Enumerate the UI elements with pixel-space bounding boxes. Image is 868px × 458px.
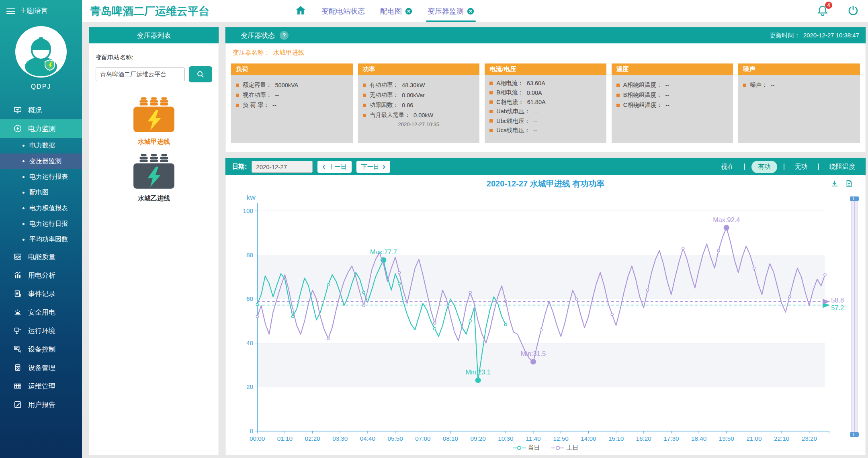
svg-text:Min:23.1: Min:23.1: [465, 369, 491, 376]
tab-transformer-monitoring[interactable]: 变压器监测: [428, 0, 474, 22]
search-button[interactable]: [189, 66, 212, 82]
svg-text:07:00: 07:00: [415, 435, 430, 442]
sidebar-item-ops-management[interactable]: 运维管理: [0, 377, 82, 395]
line-chart[interactable]: 020406080100kW00:0001:1002:2003:3004:400…: [231, 190, 845, 449]
notifications-button[interactable]: 4: [817, 4, 829, 18]
bullet-icon: [23, 223, 25, 225]
transformer-name: 水城乙进线: [138, 194, 170, 203]
sidebar-item-user-report[interactable]: 用户报告: [0, 395, 82, 414]
chart-actions: [830, 179, 854, 190]
sidebar-item-label: 电力极值报表: [29, 204, 68, 213]
sidebar-item-label: 运行环境: [28, 326, 55, 335]
transformer-item-a[interactable]: 水城甲进线: [96, 97, 212, 146]
tab-bar: 变配电站状态 配电图 变压器监测: [295, 0, 474, 22]
card-load: 负荷 额定容量：5000kVA 视在功率：-- 负 荷 率：--: [231, 63, 353, 143]
mode-reactive[interactable]: 无功: [791, 161, 812, 173]
help-icon[interactable]: ?: [280, 31, 289, 40]
sidebar-item-overview[interactable]: 概况: [0, 101, 82, 119]
legend-yesterday[interactable]: 上日: [551, 444, 579, 452]
sidebar-item-power-data[interactable]: 电力数据: [0, 138, 82, 153]
sidebar-item-label: 设备控制: [28, 345, 55, 354]
date-label: 日期:: [232, 163, 247, 171]
main-area: 青岛啤酒二厂运维云平台 变配电站状态 配电图 变压器: [82, 0, 868, 458]
separator: [744, 164, 745, 170]
station-search-row: [96, 66, 212, 82]
y-axis-zoom-slider[interactable]: [851, 197, 858, 436]
report-icon[interactable]: [845, 179, 854, 190]
sidebar-item-operating-environment[interactable]: 运行环境: [0, 321, 82, 340]
mode-active[interactable]: 有功: [751, 161, 777, 173]
date-input[interactable]: [252, 164, 313, 170]
close-icon[interactable]: [405, 8, 412, 15]
card-noise: 噪声 噪声：--: [738, 63, 860, 143]
svg-text:40: 40: [246, 339, 253, 346]
transformer-name-row: 变压器名称： 水城甲进线: [225, 43, 866, 57]
sidebar-item-safe-electricity[interactable]: 安全用电: [0, 303, 82, 321]
sidebar-item-event-log[interactable]: 事件记录: [0, 284, 82, 303]
date-picker: [252, 161, 313, 173]
chart-body: 2020-12-27 水城甲进线 有功功率: [225, 175, 866, 455]
previous-day-button[interactable]: ‹ 上一日: [317, 161, 351, 173]
monitor-icon: [13, 105, 23, 115]
svg-text:01:10: 01:10: [277, 435, 293, 442]
bullet-icon: [616, 84, 620, 87]
sidebar-item-label: 事件记录: [28, 289, 55, 299]
slider-handle-top[interactable]: [850, 196, 859, 201]
sidebar-menu: 概况 电力监测 电力数据 变压器监测 电力运行报表: [0, 101, 82, 414]
svg-text:12:50: 12:50: [553, 435, 569, 442]
sidebar-item-electricity-analysis[interactable]: 用电分析: [0, 266, 82, 284]
sidebar-item-average-power-factor[interactable]: 平均功率因数: [0, 232, 82, 247]
slider-handle-bottom[interactable]: [850, 432, 859, 437]
sidebar-item-label: 概况: [28, 106, 42, 115]
svg-text:04:40: 04:40: [360, 435, 375, 442]
power-circle-icon: [13, 124, 23, 133]
sidebar-item-power-extreme-report[interactable]: 电力极值报表: [0, 200, 82, 216]
stat-row: 视在功率：--: [236, 91, 348, 99]
theme-language-link[interactable]: 主题|语言: [20, 7, 47, 15]
separator: [784, 164, 784, 170]
mode-winding-temperature[interactable]: 绕阻温度: [825, 161, 859, 173]
stat-row: 当月最大需量：0.00kW: [363, 111, 475, 119]
home-icon[interactable]: [295, 5, 306, 18]
sidebar-item-device-management[interactable]: 设备管理: [0, 358, 82, 377]
stat-row: C相绕组温度：--: [616, 101, 729, 109]
transformer-item-b[interactable]: 水城乙进线: [96, 153, 212, 203]
sidebar-item-label: 用户报告: [28, 400, 55, 409]
svg-text:Max:77.7: Max:77.7: [370, 248, 397, 256]
hamburger-menu-icon[interactable]: [6, 8, 15, 14]
sidebar-item-transformer-monitoring[interactable]: 变压器监测: [0, 153, 82, 169]
sidebar-item-distribution-diagram[interactable]: 配电图: [0, 185, 82, 200]
close-icon[interactable]: [467, 8, 474, 15]
sidebar-item-power-operation-report[interactable]: 电力运行报表: [0, 169, 82, 185]
document-icon: [13, 289, 23, 299]
station-search-input[interactable]: [96, 67, 185, 81]
bullet-icon: [363, 84, 366, 87]
mode-switch: 视在 有功 无功 绕阻温度: [717, 161, 859, 173]
bullet-icon: [363, 104, 366, 107]
stat-row: Uab线电压：--: [489, 108, 602, 115]
tab-distribution-diagram[interactable]: 配电图: [380, 0, 412, 22]
update-time: 更新时间： 2020-12-27 10:38:47: [770, 32, 859, 39]
mode-apparent[interactable]: 视在: [717, 161, 738, 173]
legend-today[interactable]: 当日: [513, 444, 540, 452]
bullet-icon: [489, 110, 493, 113]
topbar-right: 4: [817, 0, 859, 22]
bullet-icon: [236, 84, 239, 87]
sidebar-item-power-quality[interactable]: 电能质量: [0, 247, 82, 266]
update-time-label: 更新时间：: [770, 32, 800, 39]
stat-row: 额定容量：5000kVA: [236, 81, 348, 89]
download-icon[interactable]: [830, 179, 839, 190]
page-title: 青岛啤酒二厂运维云平台: [90, 4, 209, 18]
tab-station-status[interactable]: 变配电站状态: [321, 0, 365, 22]
sidebar-item-power-daily-report[interactable]: 电力运行日报: [0, 216, 82, 232]
svg-text:100: 100: [243, 207, 253, 214]
stat-row: B相绕组温度：--: [616, 91, 729, 99]
logout-button[interactable]: [847, 4, 859, 18]
svg-text:60: 60: [246, 295, 253, 302]
sidebar-item-device-control[interactable]: 设备控制: [0, 340, 82, 358]
svg-text:16:20: 16:20: [636, 435, 651, 442]
bullet-icon: [489, 129, 493, 132]
svg-text:05:50: 05:50: [388, 435, 403, 442]
next-day-button[interactable]: 下一日 ›: [356, 161, 390, 173]
sidebar-item-power-monitoring[interactable]: 电力监测: [0, 119, 82, 138]
